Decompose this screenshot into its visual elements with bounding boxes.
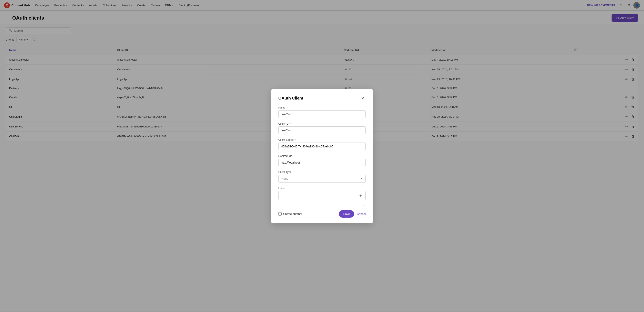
redirect-url-input[interactable] (278, 159, 366, 166)
users-add-button[interactable]: ＋ (358, 193, 362, 198)
modal-title: OAuth Client (278, 96, 303, 100)
client-id-input[interactable] (278, 126, 366, 134)
resize-handle: ⊿ (278, 204, 366, 205)
create-another-checkbox[interactable] (278, 212, 282, 216)
name-input[interactable] (278, 110, 366, 118)
resize-corner-icon[interactable]: ⊿ (363, 204, 366, 207)
footer-actions: Save Cancel (339, 210, 366, 218)
oauth-client-modal: OAuth Client ✕ Name * Client ID * Client… (271, 89, 373, 223)
redirect-url-form-group: Redirect Url * (278, 154, 366, 166)
users-input-wrapper: ＋ (278, 191, 366, 200)
cancel-button[interactable]: Cancel (357, 212, 366, 216)
client-type-select[interactable]: None Public Confidential (278, 175, 366, 183)
close-button[interactable]: ✕ (360, 95, 366, 101)
client-secret-form-group: Client Secret * (278, 138, 366, 150)
users-label: Users (278, 187, 366, 190)
client-secret-label: Client Secret * (278, 138, 366, 141)
modal-footer: Create another Save Cancel (278, 210, 366, 218)
client-type-form-group: Client Type None Public Confidential (278, 170, 366, 183)
client-secret-input[interactable] (278, 143, 366, 150)
users-input[interactable] (282, 194, 358, 197)
name-label: Name * (278, 106, 366, 109)
client-id-form-group: Client ID * (278, 122, 366, 134)
name-form-group: Name * (278, 106, 366, 118)
modal-overlay[interactable]: OAuth Client ✕ Name * Client ID * Client… (0, 0, 644, 312)
redirect-url-label: Redirect Url * (278, 154, 366, 157)
client-id-label: Client ID * (278, 122, 366, 125)
users-form-group: Users ＋ (278, 187, 366, 200)
modal-header: OAuth Client ✕ (278, 95, 366, 101)
create-another-label[interactable]: Create another (278, 212, 302, 216)
save-button[interactable]: Save (339, 210, 354, 218)
client-type-label: Client Type (278, 170, 366, 174)
